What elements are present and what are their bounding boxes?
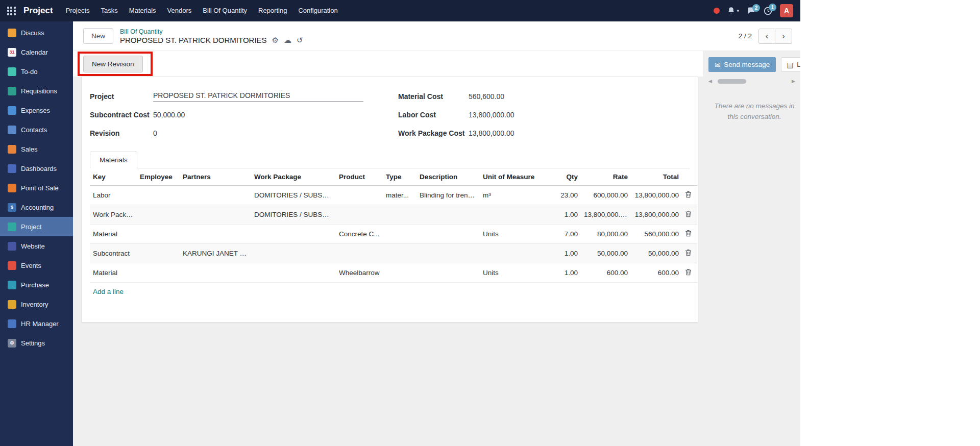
sidebar-item-point-of-sale[interactable]: Point of Sale — [0, 178, 73, 197]
menu-bill-of-quantity[interactable]: Bill Of Quantity — [197, 0, 253, 21]
menu-vendors[interactable]: Vendors — [162, 0, 198, 21]
project-field[interactable]: PROPOSED ST. PATRICK DORMITORIES — [153, 91, 363, 102]
sidebar-item-contacts[interactable]: Contacts — [0, 120, 73, 139]
cell-total[interactable]: 13,800,000.00 — [631, 205, 682, 225]
cell-work-package[interactable] — [251, 225, 336, 244]
activities-clock-icon[interactable]: 1 — [764, 7, 772, 15]
cell-product[interactable] — [336, 244, 383, 263]
cell-rate[interactable]: 600.00 — [581, 263, 631, 283]
cell-qty[interactable]: 1.00 — [545, 244, 581, 263]
cell-partners[interactable] — [180, 263, 251, 283]
new-revision-button[interactable]: New Revision — [83, 56, 143, 72]
cell-key[interactable]: Work Packa... — [90, 205, 137, 225]
sidebar-item-requisitions[interactable]: Requisitions — [0, 81, 73, 101]
send-message-button[interactable]: ✉Send message — [708, 57, 776, 72]
cell-rate[interactable]: 50,000.00 — [581, 244, 631, 263]
action-gear-icon[interactable]: ⚙ — [272, 36, 279, 44]
cell-product[interactable]: Concrete C... — [336, 225, 383, 244]
sidebar-item-purchase[interactable]: Purchase — [0, 275, 73, 294]
cell-partners[interactable]: KARUNGI JANET - PM — [180, 244, 251, 263]
messages-icon[interactable]: 2 — [747, 7, 756, 15]
sidebar-item-inventory[interactable]: Inventory — [0, 294, 73, 314]
pager-next-button[interactable]: › — [775, 29, 792, 44]
col-work-package[interactable]: Work Package — [251, 168, 336, 186]
delete-row-button[interactable] — [685, 191, 692, 198]
col-type[interactable]: Type — [383, 168, 416, 186]
menu-reporting[interactable]: Reporting — [253, 0, 292, 21]
sidebar-item-expenses[interactable]: Expenses — [0, 101, 73, 120]
breadcrumb-parent-link[interactable]: Bill Of Quantity — [120, 28, 303, 35]
cell-description[interactable]: Blinding for trench... — [416, 186, 480, 205]
sidebar-item-todo[interactable]: To-do — [0, 62, 73, 81]
scroll-right-icon[interactable]: ▶ — [792, 79, 795, 84]
cell-rate[interactable]: 80,000.00 — [581, 225, 631, 244]
cell-type[interactable] — [383, 205, 416, 225]
cell-product[interactable] — [336, 186, 383, 205]
table-row[interactable]: Material Wheelbarrow Units — [90, 263, 697, 283]
cell-key[interactable]: Material — [90, 225, 137, 244]
pager-previous-button[interactable]: ‹ — [758, 29, 775, 44]
cell-product[interactable] — [336, 205, 383, 225]
cell-employee[interactable] — [137, 225, 180, 244]
cell-key[interactable]: Subcontract — [90, 244, 137, 263]
sidebar-item-sales[interactable]: Sales — [0, 139, 73, 159]
cell-work-package[interactable]: DOMITORIES / SUBSTR... — [251, 186, 336, 205]
delete-row-button[interactable] — [685, 249, 692, 256]
col-rate[interactable]: Rate — [581, 168, 631, 186]
delete-row-button[interactable] — [685, 210, 692, 217]
cell-uom[interactable]: m³ — [480, 186, 545, 205]
tab-materials[interactable]: Materials — [90, 152, 137, 168]
sidebar-item-calendar[interactable]: 31Calendar — [0, 42, 73, 62]
cell-partners[interactable] — [180, 225, 251, 244]
col-description[interactable]: Description — [416, 168, 480, 186]
delete-row-button[interactable] — [685, 268, 692, 276]
cell-uom[interactable]: Units — [480, 225, 545, 244]
notifications-bell-icon[interactable]: ▾ — [727, 7, 739, 15]
cell-total[interactable]: 13,800,000.00 — [631, 186, 682, 205]
sidebar-item-hr-manager[interactable]: HR Manager — [0, 314, 73, 333]
cell-employee[interactable] — [137, 263, 180, 283]
sidebar-item-website[interactable]: Website — [0, 236, 73, 256]
discard-undo-icon[interactable]: ↺ — [297, 36, 303, 44]
save-cloud-icon[interactable]: ☁ — [284, 36, 291, 44]
menu-projects[interactable]: Projects — [60, 0, 95, 21]
col-total[interactable]: Total — [631, 168, 682, 186]
cell-qty[interactable]: 1.00 — [545, 205, 581, 225]
cell-type[interactable] — [383, 263, 416, 283]
col-unit-of-measure[interactable]: Unit of Measure — [480, 168, 545, 186]
cell-uom[interactable]: Units — [480, 263, 545, 283]
cell-uom[interactable] — [480, 205, 545, 225]
table-row[interactable]: Material Concrete C... Units — [90, 225, 697, 244]
table-row[interactable]: Subcontract KARUNGI JANET - PM — [90, 244, 697, 263]
cell-partners[interactable] — [180, 205, 251, 225]
new-button[interactable]: New — [83, 28, 113, 44]
apps-grid-icon[interactable] — [0, 0, 22, 21]
cell-rate[interactable]: 600,000.00 — [581, 186, 631, 205]
cell-type[interactable]: mater... — [383, 186, 416, 205]
cell-product[interactable]: Wheelbarrow — [336, 263, 383, 283]
sidebar-item-dashboards[interactable]: Dashboards — [0, 159, 73, 178]
sidebar-item-project[interactable]: Project — [0, 217, 73, 236]
menu-tasks[interactable]: Tasks — [95, 0, 124, 21]
table-row[interactable]: Work Packa... DOMITORIES / SUBSTR... — [90, 205, 697, 225]
col-key[interactable]: Key — [90, 168, 137, 186]
cell-key[interactable]: Material — [90, 263, 137, 283]
col-product[interactable]: Product — [336, 168, 383, 186]
cell-description[interactable] — [416, 244, 480, 263]
sidebar-item-events[interactable]: Events — [0, 256, 73, 275]
cell-total[interactable]: 560,000.00 — [631, 225, 682, 244]
log-note-button[interactable]: ▤L — [781, 57, 800, 72]
cell-qty[interactable]: 23.00 — [545, 186, 581, 205]
table-row[interactable]: Labor DOMITORIES / SUBSTR... mater... Bl… — [90, 186, 697, 205]
col-employee[interactable]: Employee — [137, 168, 180, 186]
cell-key[interactable]: Labor — [90, 186, 137, 205]
sidebar-item-discuss[interactable]: Discuss — [0, 23, 73, 42]
cell-employee[interactable] — [137, 244, 180, 263]
cell-uom[interactable] — [480, 244, 545, 263]
sidebar-item-settings[interactable]: ⚙Settings — [0, 333, 73, 353]
menu-materials[interactable]: Materials — [124, 0, 162, 21]
menu-configuration[interactable]: Configuration — [292, 0, 343, 21]
cell-rate[interactable]: 13,800,000.00 — [581, 205, 631, 225]
cell-type[interactable] — [383, 225, 416, 244]
add-a-line-link[interactable]: Add a line — [93, 288, 124, 295]
